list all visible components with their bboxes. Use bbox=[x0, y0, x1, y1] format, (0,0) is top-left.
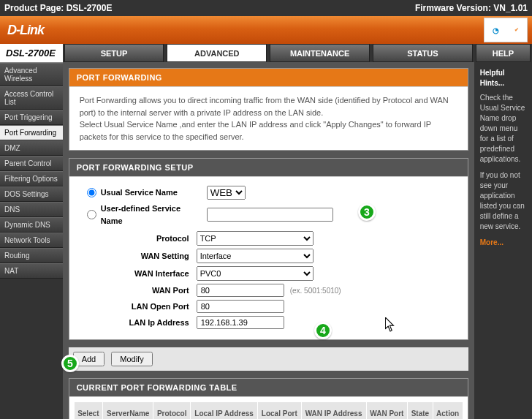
partner-logos: ◔ ✔ bbox=[484, 18, 528, 42]
sidebar-item-acl[interactable]: Access Control List bbox=[0, 86, 63, 110]
brand-banner: D-Link ◔ ✔ bbox=[0, 16, 532, 44]
th-select: Select bbox=[74, 402, 102, 420]
vnpt-logo: ◔ bbox=[493, 26, 499, 34]
table-title: CURRENT PORT FORWARDING TABLE bbox=[69, 379, 468, 397]
table-panel: CURRENT PORT FORWARDING TABLE Select Ser… bbox=[69, 378, 468, 419]
intro-text-1: Port Forwarding allows you to direct inc… bbox=[80, 94, 457, 118]
select-protocol[interactable]: TCP bbox=[197, 231, 314, 246]
sidebar-item-network-tools[interactable]: Network Tools bbox=[0, 233, 63, 248]
input-wan-port[interactable] bbox=[197, 284, 284, 297]
sidebar-item-dyndns[interactable]: Dynamic DNS bbox=[0, 217, 63, 233]
label-user-service: User-defined Service Name bbox=[101, 203, 207, 227]
tab-setup[interactable]: SETUP bbox=[64, 44, 164, 62]
sidebar-item-parent-control[interactable]: Parent Control bbox=[0, 156, 63, 171]
sidebar-item-advanced-wireless[interactable]: Advanced Wireless bbox=[0, 63, 63, 86]
intro-text-2: Select Usual Service Name ,and enter the… bbox=[80, 118, 457, 143]
th-servername: ServerName bbox=[103, 402, 153, 420]
sidebar-item-filtering[interactable]: Filtering Options bbox=[0, 171, 63, 186]
hints-more-link[interactable]: More... bbox=[480, 238, 526, 248]
annotation-badge-3: 3 bbox=[358, 203, 376, 221]
select-wan-setting[interactable]: Interface bbox=[197, 249, 314, 263]
sidebar-item-dns[interactable]: DNS bbox=[0, 202, 63, 217]
select-wan-interface[interactable]: PVC0 bbox=[197, 266, 314, 281]
firmware-label: Firmware Version: bbox=[415, 3, 491, 13]
modify-button[interactable]: Modify bbox=[111, 352, 152, 366]
th-localip: Local IP Address bbox=[191, 402, 258, 420]
brand-logo: D-Link bbox=[7, 23, 44, 38]
th-localport: Local Port bbox=[258, 402, 301, 420]
product-page-label: Product Page: bbox=[4, 3, 64, 13]
forwarding-table: Select ServerName Protocol Local IP Addr… bbox=[74, 401, 463, 419]
intro-title: PORT FORWARDING bbox=[69, 69, 468, 87]
button-row: Add Modify bbox=[69, 347, 468, 371]
label-usual-service: Usual Service Name bbox=[101, 186, 207, 199]
label-lan-open-port: LAN Open Port bbox=[80, 301, 197, 313]
tab-advanced[interactable]: ADVANCED bbox=[167, 44, 267, 62]
radio-user-service[interactable] bbox=[87, 210, 96, 219]
setup-title: PORT FORWARDING SETUP bbox=[69, 159, 468, 177]
label-wan-interface: WAN Interface bbox=[80, 268, 197, 280]
label-protocol: Protocol bbox=[80, 233, 197, 245]
hints-p2: If you do not see your application liste… bbox=[480, 170, 526, 232]
th-state: State bbox=[408, 402, 433, 420]
input-lan-ip[interactable] bbox=[197, 316, 284, 329]
annotation-badge-5: 5 bbox=[61, 355, 79, 372]
label-lan-ip: LAN Ip Address bbox=[80, 317, 197, 329]
input-lan-open-port[interactable] bbox=[197, 300, 284, 313]
top-nav: SETUP ADVANCED MAINTENANCE STATUS bbox=[63, 44, 474, 62]
sidebar-item-nat[interactable]: NAT bbox=[0, 263, 63, 279]
product-page-value: DSL-2700E bbox=[66, 3, 113, 13]
sidebar-item-routing[interactable]: Routing bbox=[0, 248, 63, 263]
label-wan-port: WAN Port bbox=[80, 284, 197, 297]
sidebar-item-port-forwarding[interactable]: Port Forwarding bbox=[0, 125, 63, 140]
model-label: DSL-2700E bbox=[0, 44, 63, 63]
annotation-badge-4: 4 bbox=[314, 322, 332, 339]
select-usual-service[interactable]: WEB bbox=[207, 186, 246, 200]
th-wanip: WAN IP Address bbox=[301, 402, 366, 420]
radio-usual-service[interactable] bbox=[87, 188, 96, 197]
intro-panel: PORT FORWARDING Port Forwarding allows y… bbox=[69, 68, 468, 151]
sidebar-item-dmz[interactable]: DMZ bbox=[0, 140, 63, 156]
cursor-icon bbox=[385, 317, 395, 333]
tab-status[interactable]: STATUS bbox=[373, 44, 473, 62]
megavnn-logo: ✔ bbox=[514, 27, 519, 33]
firmware-value: VN_1.01 bbox=[493, 3, 528, 13]
top-bar: Product Page: DSL-2700E Firmware Version… bbox=[0, 0, 532, 16]
hints-p1: Check the Usual Service Name drop down m… bbox=[480, 93, 526, 165]
th-protocol: Protocol bbox=[153, 402, 191, 420]
side-nav: Advanced Wireless Access Control List Po… bbox=[0, 63, 63, 279]
hints-title: Helpful Hints... bbox=[480, 68, 526, 88]
hints-panel: Helpful Hints... Check the Usual Service… bbox=[474, 62, 532, 254]
th-wanport: WAN Port bbox=[366, 402, 408, 420]
setup-panel: PORT FORWARDING SETUP Usual Service Name… bbox=[69, 158, 468, 340]
input-user-service[interactable] bbox=[207, 208, 333, 222]
tab-maintenance[interactable]: MAINTENANCE bbox=[270, 44, 370, 62]
th-action: Action bbox=[433, 402, 463, 420]
sidebar-item-port-triggering[interactable]: Port Triggering bbox=[0, 110, 63, 125]
wan-port-hint: (ex. 5001:5010) bbox=[290, 287, 341, 295]
tab-help[interactable]: HELP bbox=[476, 44, 531, 62]
sidebar-item-dos[interactable]: DOS Settings bbox=[0, 186, 63, 202]
label-wan-setting: WAN Setting bbox=[80, 250, 197, 263]
